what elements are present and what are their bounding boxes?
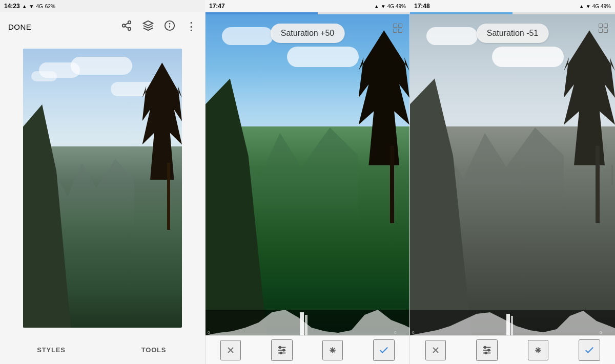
svg-point-21 [280, 352, 282, 354]
toolbar-icons: ⋮ [121, 20, 197, 34]
svg-line-4 [125, 23, 128, 25]
tree-trunk [167, 163, 170, 230]
histogram-mid: 0 0 [206, 310, 409, 335]
styles-tab[interactable]: STYLES [0, 346, 102, 354]
svg-marker-5 [144, 20, 153, 25]
wifi-icon-right: ▼ [586, 4, 591, 9]
time-left: 14:23 [4, 3, 20, 10]
tree-right [142, 62, 182, 230]
split-view-icon-right[interactable] [599, 24, 608, 33]
svg-point-1 [122, 24, 126, 27]
signal-icon-right: ▲ [579, 4, 584, 9]
bottom-tab-bar: STYLES TOOLS [0, 335, 205, 364]
left-photo-area [0, 41, 205, 335]
info-icon[interactable] [164, 20, 175, 34]
svg-text:0: 0 [394, 330, 397, 335]
cancel-button-right[interactable] [425, 340, 446, 360]
svg-rect-10 [300, 312, 304, 335]
battery-left: 62% [45, 4, 55, 9]
tree-branches-sat [359, 30, 410, 165]
svg-rect-11 [305, 315, 308, 335]
magic-button-right[interactable] [528, 340, 548, 360]
cloud-3 [71, 57, 132, 75]
svg-point-20 [283, 349, 285, 351]
cloud-2 [31, 71, 57, 81]
main-content: DONE [0, 12, 615, 364]
svg-line-3 [125, 26, 128, 28]
network-right: 4G [592, 4, 599, 9]
right-photo-edit-area: Saturation -51 [410, 14, 615, 335]
tree-right-sat [359, 30, 410, 223]
mid-panel: Saturation +50 [205, 12, 410, 364]
tree-right-desat [564, 30, 615, 223]
edit-bottom-bar-right [410, 335, 615, 364]
tree-branches [142, 62, 182, 180]
status-bars-row: 14:23 ▲ ▼ 4G 62% 17:47 ▲ ▼ 4G 49% 17:48 … [0, 0, 615, 12]
cloud-desat-1 [426, 27, 478, 45]
more-icon[interactable]: ⋮ [186, 21, 197, 32]
done-button[interactable]: DONE [8, 23, 31, 31]
tree-trunk-desat [596, 146, 600, 223]
confirm-button-mid[interactable] [373, 339, 395, 361]
status-bar-mid: 17:47 ▲ ▼ 4G 49% [205, 0, 410, 12]
svg-text:0: 0 [600, 330, 602, 335]
confirm-button-right[interactable] [579, 339, 600, 361]
saturated-photo: 0 0 [206, 14, 409, 335]
signal-icon-mid: ▲ [374, 4, 379, 9]
mid-status-icons: ▲ ▼ 4G 49% [374, 4, 406, 9]
cloud-desat-2 [492, 47, 564, 67]
wifi-icon-mid: ▼ [381, 4, 386, 9]
scroll-indicator-right [611, 165, 613, 185]
svg-point-2 [128, 27, 131, 30]
network-icon-left: 4G [36, 4, 43, 9]
signal-icon-left: ▲ [22, 4, 27, 9]
toolbar: DONE [0, 12, 205, 41]
adjustments-button-mid[interactable] [271, 339, 293, 361]
right-status-icons: ▲ ▼ 4G 49% [579, 4, 611, 9]
split-view-icon-mid[interactable] [393, 24, 402, 33]
original-photo [23, 49, 182, 328]
svg-point-19 [279, 346, 281, 348]
magic-button-mid[interactable] [322, 340, 343, 360]
battery-mid: 49% [396, 4, 406, 9]
svg-point-38 [485, 352, 487, 354]
mountain-scene-original [23, 49, 182, 328]
svg-point-0 [128, 20, 131, 24]
time-right: 17:48 [414, 3, 430, 10]
edit-bottom-bar-mid [206, 335, 409, 364]
tree-trunk-sat [390, 146, 394, 223]
status-bar-left: 14:23 ▲ ▼ 4G 62% [0, 0, 205, 12]
mid-photo-edit-area: Saturation +50 [206, 14, 409, 335]
svg-text:0: 0 [208, 330, 210, 335]
histogram-right: 0 0 [410, 310, 615, 335]
right-panel: Saturation -51 [410, 12, 615, 364]
svg-text:0: 0 [412, 330, 415, 335]
tools-tab[interactable]: TOOLS [102, 346, 205, 354]
time-mid: 17:47 [209, 3, 225, 10]
saturation-badge-right: Saturation -51 [477, 24, 549, 43]
svg-point-37 [487, 349, 489, 351]
svg-rect-27 [506, 314, 510, 335]
battery-right: 49% [601, 4, 611, 9]
desaturated-photo: 0 0 [410, 14, 615, 335]
status-bar-right: 17:48 ▲ ▼ 4G 49% [410, 0, 615, 12]
left-panel: DONE [0, 12, 205, 364]
wifi-icon-left: ▼ [29, 4, 34, 9]
saturation-badge-mid: Saturation +50 [271, 24, 345, 43]
adjustments-button-right[interactable] [476, 339, 498, 361]
svg-point-36 [484, 346, 486, 348]
tree-branches-desat [564, 30, 615, 165]
cloud-sat-1 [222, 27, 273, 45]
share-icon[interactable] [121, 20, 132, 34]
layers-icon[interactable] [142, 20, 154, 34]
cloud-sat-2 [287, 47, 359, 67]
svg-rect-28 [511, 316, 513, 335]
network-mid: 4G [387, 4, 394, 9]
cancel-button-mid[interactable] [220, 340, 241, 360]
